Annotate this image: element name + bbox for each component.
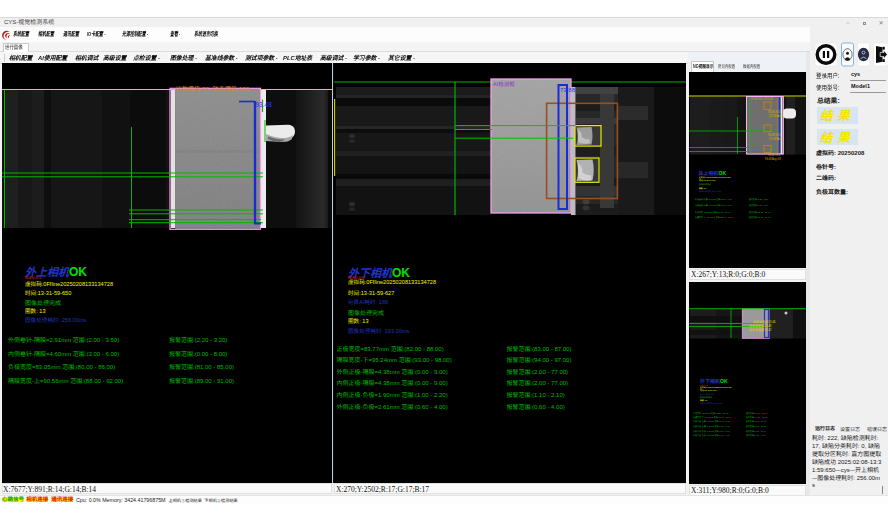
svg-text:93.48,93.5: 93.48,93.5 — [768, 133, 781, 137]
svg-text:(13.48 Avg): (13.48 Avg) — [769, 137, 782, 141]
svg-text:73.88: 73.88 — [560, 87, 576, 93]
svg-text:计数阈值:93, 动态阈值:100: 计数阈值:93, 动态阈值:100 — [176, 84, 250, 93]
svg-text:负极耳宽度13.42: 负极耳宽度13.42 — [749, 328, 772, 332]
svg-text:93.48,93.5: 93.48,93.5 — [768, 153, 781, 157]
svg-text:AI检测框: AI检测框 — [493, 80, 515, 88]
svg-text:93.48 Avg:0.8: 93.48 Avg:0.8 — [765, 157, 781, 161]
svg-text:93.48,93.5: 93.48,93.5 — [768, 110, 781, 114]
svg-text:(13.48 Avg): (13.48 Avg) — [769, 114, 782, 118]
svg-text:13.48 93.1 87.5 93: 13.48 93.1 87.5 93 — [751, 97, 773, 101]
svg-text:93.48: 93.48 — [256, 101, 273, 108]
